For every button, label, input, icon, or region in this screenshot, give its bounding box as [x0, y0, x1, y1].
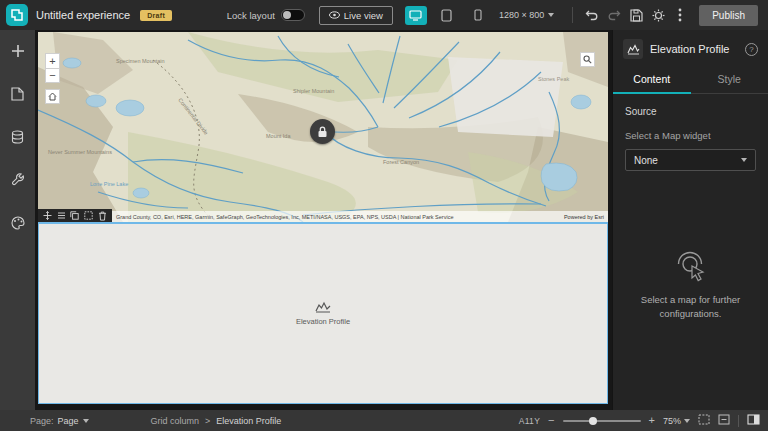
eye-icon: [329, 11, 340, 19]
breadcrumb-grid-column[interactable]: Grid column: [151, 416, 200, 426]
canvas-zoom-slider[interactable]: [563, 420, 641, 422]
map-label: Lone Pine Lake: [90, 181, 128, 187]
panel-empty-state: Select a map for further configurations.: [625, 249, 756, 321]
phone-icon: [474, 9, 482, 21]
tab-content[interactable]: Content: [613, 66, 691, 93]
screen-size-selector[interactable]: 1280 × 800: [499, 10, 554, 20]
toggle-panel-button[interactable]: [747, 414, 760, 427]
map-widget[interactable]: Specimen Mountain Shipler Mountain Stone…: [38, 32, 608, 222]
drag-handle-icon[interactable]: [43, 211, 52, 220]
data-panel-button[interactable]: [7, 126, 29, 148]
chevron-down-icon: [548, 13, 554, 17]
slider-knob[interactable]: [589, 417, 597, 425]
lock-layout-label: Lock layout: [227, 10, 275, 21]
chevron-down-icon: [741, 158, 747, 162]
map-attribution-text: Grand County, CO, Esri, HERE, Garmin, Sa…: [116, 214, 453, 220]
tablet-icon: [441, 9, 452, 22]
zoom-in-canvas-button[interactable]: +: [649, 415, 655, 426]
dropdown-value: None: [634, 155, 658, 166]
chevron-down-icon: [684, 419, 690, 423]
redo-button[interactable]: [603, 4, 625, 26]
theme-panel-button[interactable]: [7, 212, 29, 234]
more-options-button[interactable]: [669, 4, 691, 26]
zoom-out-canvas-button[interactable]: −: [548, 415, 554, 426]
desktop-icon: [409, 10, 422, 21]
map-label: Stones Peak: [538, 76, 569, 82]
tablet-view-button[interactable]: [436, 6, 458, 25]
left-toolbar: [0, 30, 35, 410]
settings-panel: Elevation Profile ? Content Style Source…: [612, 30, 768, 410]
divider: [738, 415, 739, 427]
breadcrumb-elevation-profile[interactable]: Elevation Profile: [216, 416, 281, 426]
a11y-label[interactable]: A11Y: [519, 416, 540, 426]
lock-icon: [317, 126, 328, 138]
widget-placeholder-label: Elevation Profile: [296, 317, 350, 326]
duplicate-icon[interactable]: [70, 211, 79, 220]
search-icon: [583, 55, 592, 64]
help-icon[interactable]: ?: [745, 43, 758, 56]
page-label: Page:: [30, 416, 54, 426]
select-parent-icon[interactable]: [57, 211, 66, 220]
page-panel-button[interactable]: [7, 83, 29, 105]
select-map-icon: [673, 249, 709, 285]
map-home-button[interactable]: [45, 89, 60, 104]
fit-width-button[interactable]: [718, 414, 730, 427]
map-label: Specimen Mountain: [116, 58, 165, 64]
select-map-widget-label: Select a Map widget: [625, 130, 756, 141]
map-lock-indicator[interactable]: [310, 119, 335, 144]
delete-icon[interactable]: [98, 211, 107, 221]
tab-style[interactable]: Style: [691, 66, 768, 93]
elevation-profile-icon: [623, 39, 643, 59]
breadcrumb-separator: >: [205, 416, 210, 426]
source-label: Source: [625, 106, 756, 117]
map-attribution-bar: Grand County, CO, Esri, HERE, Garmin, Sa…: [38, 211, 608, 222]
map-label: Shipler Mountain: [293, 88, 334, 94]
chevron-down-icon[interactable]: [83, 419, 89, 423]
home-icon: [48, 92, 57, 101]
page-surface: Specimen Mountain Shipler Mountain Stone…: [38, 32, 608, 404]
elevation-profile-icon: [315, 301, 331, 313]
app-header: Untitled experience Draft Lock layout Li…: [0, 0, 768, 30]
empty-state-hint: Select a map for further configurations.: [632, 293, 750, 321]
phone-view-button[interactable]: [467, 6, 489, 25]
insert-widget-button[interactable]: [7, 40, 29, 62]
draft-badge: Draft: [140, 10, 172, 21]
map-label: Never Summer Mountains: [48, 149, 112, 155]
experience-title[interactable]: Untitled experience: [36, 9, 130, 21]
lock-layout-toggle[interactable]: [281, 9, 305, 21]
tools-panel-button[interactable]: [7, 169, 29, 191]
screen-size-value: 1280 × 800: [499, 10, 544, 20]
desktop-view-button[interactable]: [405, 6, 427, 25]
map-search-button[interactable]: [580, 52, 595, 67]
powered-by-esri: Powered by Esri: [564, 214, 608, 220]
status-bar: Page: Page Grid column > Elevation Profi…: [0, 410, 768, 431]
divider: [572, 7, 573, 23]
live-view-label: Live view: [344, 10, 383, 21]
settings-button[interactable]: [647, 4, 669, 26]
panel-title: Elevation Profile: [650, 43, 738, 55]
live-view-button[interactable]: Live view: [319, 6, 393, 25]
map-zoom-in-button[interactable]: +: [45, 53, 60, 68]
pending-icon[interactable]: [84, 211, 93, 220]
map-label: Mount Ida: [266, 133, 291, 139]
undo-button[interactable]: [581, 4, 603, 26]
page-selector[interactable]: Page: [58, 416, 79, 426]
elevation-profile-widget[interactable]: Elevation Profile: [38, 222, 608, 404]
canvas-zoom-value: 75%: [663, 416, 681, 426]
map-label: Forest Canyon: [383, 159, 419, 165]
fit-to-window-button[interactable]: [698, 414, 710, 427]
canvas-zoom-select[interactable]: 75%: [663, 416, 690, 426]
publish-button[interactable]: Publish: [699, 5, 758, 26]
experience-builder-logo-icon[interactable]: [6, 4, 28, 26]
design-canvas: Specimen Mountain Shipler Mountain Stone…: [35, 30, 612, 410]
map-zoom-out-button[interactable]: −: [45, 68, 60, 83]
save-button[interactable]: [625, 4, 647, 26]
widget-toolbar: [38, 209, 112, 222]
breadcrumb: Grid column > Elevation Profile: [151, 416, 282, 426]
panel-tabs: Content Style: [613, 66, 768, 94]
map-widget-dropdown[interactable]: None: [625, 149, 756, 171]
